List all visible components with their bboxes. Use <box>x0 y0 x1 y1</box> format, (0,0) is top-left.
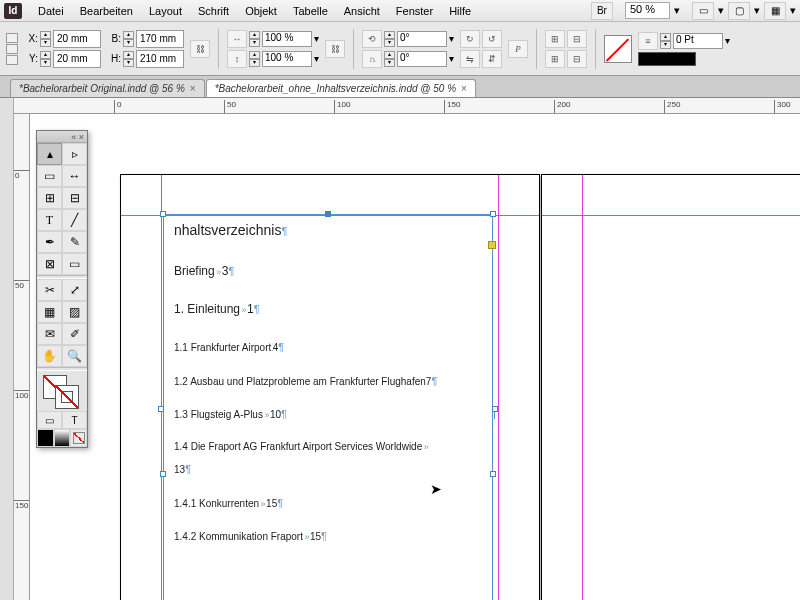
horizontal-ruler[interactable]: 0 50 100 150 200 250 300 <box>14 98 800 114</box>
w-spinner[interactable]: ▴▾ <box>123 31 134 47</box>
menu-tabelle[interactable]: Tabelle <box>285 2 336 20</box>
control-bar: X:▴▾ Y:▴▾ B:▴▾ H:▴▾ ⛓ ↔▴▾100 %▾ ↕▴▾100 %… <box>0 22 800 76</box>
shear-spinner[interactable]: ▴▾ <box>384 51 395 67</box>
pen-tool[interactable]: ✒ <box>37 231 62 253</box>
canvas[interactable]: nhaltsverzeichnis¶ Briefing » 3¶ 1. Einl… <box>30 114 800 600</box>
scale-x-spinner[interactable]: ▴▾ <box>249 31 260 47</box>
scale-y-spinner[interactable]: ▴▾ <box>249 51 260 67</box>
doc-tab-2[interactable]: *Bachelorarbeit_ohne_Inhaltsverzeichnis.… <box>206 79 476 97</box>
menu-bearbeiten[interactable]: Bearbeiten <box>72 2 141 20</box>
apply-color-icon[interactable] <box>37 429 54 447</box>
toc-entry: 1.4.1 Konkurrenten <box>174 498 259 509</box>
apply-gradient-icon[interactable] <box>54 429 71 447</box>
scissors-tool[interactable]: ✂ <box>37 279 62 301</box>
w-input[interactable] <box>136 30 184 48</box>
vruler-tick: 0 <box>14 170 29 180</box>
flip-v-icon[interactable]: ⇵ <box>482 50 502 68</box>
rotate-spinner[interactable]: ▴▾ <box>384 31 395 47</box>
handle-mid-right[interactable] <box>490 471 496 477</box>
port-handle[interactable] <box>158 406 164 412</box>
bridge-icon[interactable]: Br <box>591 2 613 20</box>
direct-selection-tool[interactable]: ▹ <box>62 143 87 165</box>
gradient-swatch-tool[interactable]: ▦ <box>37 301 62 323</box>
left-strip <box>0 98 14 600</box>
content-placer-tool[interactable]: ⊟ <box>62 187 87 209</box>
menu-layout[interactable]: Layout <box>141 2 190 20</box>
arrange-icon[interactable]: ▦ <box>764 2 786 20</box>
handle-top-left[interactable] <box>160 211 166 217</box>
content-collector-tool[interactable]: ⊞ <box>37 187 62 209</box>
menu-datei[interactable]: Datei <box>30 2 72 20</box>
page-right[interactable] <box>541 174 800 600</box>
view-mode-icon[interactable]: ▭ <box>692 2 714 20</box>
x-input[interactable] <box>53 30 101 48</box>
line-tool[interactable]: ╱ <box>62 209 87 231</box>
zoom-tool[interactable]: 🔍 <box>62 345 87 367</box>
menu-bar: Id Datei Bearbeiten Layout Schrift Objek… <box>0 0 800 22</box>
formatting-text-icon[interactable]: T <box>62 411 87 429</box>
menu-schrift[interactable]: Schrift <box>190 2 237 20</box>
constrain-scale-icon[interactable]: ⛓ <box>325 40 345 58</box>
reference-point[interactable] <box>6 33 18 65</box>
rectangle-frame-tool[interactable]: ⊠ <box>37 253 62 275</box>
scale-y-input[interactable]: 100 % <box>262 51 312 67</box>
formatting-container-icon[interactable]: ▭ <box>37 411 62 429</box>
free-transform-tool[interactable]: ⤢ <box>62 279 87 301</box>
handle-top-right[interactable] <box>490 211 496 217</box>
pencil-tool[interactable]: ✎ <box>62 231 87 253</box>
align-2-icon[interactable]: ⊟ <box>567 30 587 48</box>
scale-x-input[interactable]: 100 % <box>262 31 312 47</box>
out-port-icon[interactable] <box>488 241 496 249</box>
align-1-icon[interactable]: ⊞ <box>545 30 565 48</box>
rectangle-tool[interactable]: ▭ <box>62 253 87 275</box>
vertical-ruler[interactable]: 0 50 100 150 <box>14 114 30 600</box>
p-icon[interactable]: P <box>508 40 528 58</box>
zoom-select[interactable]: 50 % <box>625 2 670 19</box>
tools-panel[interactable]: « × ▴ ▹ ▭ ↔ ⊞ ⊟ T ╱ ✒ ✎ ⊠ ▭ ✂ ⤢ ▦ ▨ ✉ ✐ … <box>36 130 88 448</box>
text-frame-selected[interactable]: nhaltsverzeichnis¶ Briefing » 3¶ 1. Einl… <box>163 214 493 600</box>
y-input[interactable] <box>53 50 101 68</box>
handle-top-center[interactable] <box>325 211 331 217</box>
rotate-input[interactable]: 0° <box>397 31 447 47</box>
h-spinner[interactable]: ▴▾ <box>123 51 134 67</box>
menu-ansicht[interactable]: Ansicht <box>336 2 388 20</box>
constrain-icon[interactable]: ⛓ <box>190 40 210 58</box>
align-4-icon[interactable]: ⊟ <box>567 50 587 68</box>
selection-tool[interactable]: ▴ <box>37 143 62 165</box>
rotate-cw-icon[interactable]: ↻ <box>460 30 480 48</box>
vruler-tick: 150 <box>14 500 29 510</box>
page-tool[interactable]: ▭ <box>37 165 62 187</box>
port-handle[interactable] <box>492 406 498 412</box>
flip-h-icon[interactable]: ⇋ <box>460 50 480 68</box>
h-label: H: <box>107 53 121 64</box>
stroke-weight-input[interactable]: 0 Pt <box>673 33 723 49</box>
tab-close-icon[interactable]: × <box>190 83 196 94</box>
stroke-weight-spinner[interactable]: ▴▾ <box>660 33 671 49</box>
doc-tab-1[interactable]: *Bachelorarbeit Original.indd @ 56 %× <box>10 79 205 97</box>
type-tool[interactable]: T <box>37 209 62 231</box>
x-spinner[interactable]: ▴▾ <box>40 31 51 47</box>
tab-close-icon[interactable]: × <box>461 83 467 94</box>
gap-tool[interactable]: ↔ <box>62 165 87 187</box>
menu-fenster[interactable]: Fenster <box>388 2 441 20</box>
shear-input[interactable]: 0° <box>397 51 447 67</box>
menu-objekt[interactable]: Objekt <box>237 2 285 20</box>
screen-mode-icon[interactable]: ▢ <box>728 2 750 20</box>
apply-none-icon[interactable] <box>70 429 87 447</box>
panel-header[interactable]: « × <box>37 131 87 143</box>
stroke-proxy[interactable] <box>55 385 79 409</box>
stroke-style[interactable] <box>638 52 696 66</box>
y-spinner[interactable]: ▴▾ <box>40 51 51 67</box>
h-input[interactable] <box>136 50 184 68</box>
hand-tool[interactable]: ✋ <box>37 345 62 367</box>
toc-entry: 1.2 Ausbau und Platzprobleme am Frankfur… <box>174 376 426 387</box>
eyedropper-tool[interactable]: ✐ <box>62 323 87 345</box>
fill-stroke-proxy[interactable] <box>37 371 87 411</box>
rotate-ccw-icon[interactable]: ↺ <box>482 30 502 48</box>
gradient-feather-tool[interactable]: ▨ <box>62 301 87 323</box>
handle-mid-left[interactable] <box>160 471 166 477</box>
note-tool[interactable]: ✉ <box>37 323 62 345</box>
menu-hilfe[interactable]: Hilfe <box>441 2 479 20</box>
align-3-icon[interactable]: ⊞ <box>545 50 565 68</box>
fill-swatch[interactable] <box>604 35 632 63</box>
